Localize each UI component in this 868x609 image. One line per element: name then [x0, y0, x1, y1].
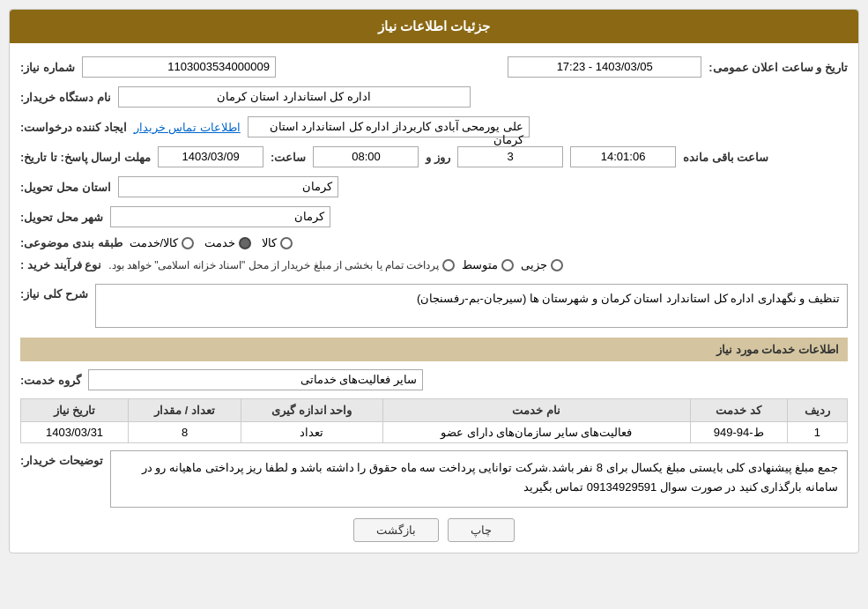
col-unit: واحد اندازه گیری — [241, 399, 382, 422]
col-date: تاریخ نیاز — [21, 399, 129, 422]
page-title: جزئیات اطلاعات نیاز — [10, 10, 858, 43]
province-row: استان محل تحویل: کرمان — [20, 174, 848, 200]
process-label: نوع فرآیند خرید : — [20, 258, 101, 271]
category-radio1-circle[interactable] — [280, 237, 293, 249]
page-wrapper: جزئیات اطلاعات نیاز شماره نیاز: 11030035… — [0, 0, 868, 609]
service-group-label: گروه خدمت: — [20, 374, 81, 387]
card-body: شماره نیاز: 1103003534000009 1403/03/05 … — [10, 43, 858, 553]
response-date: 1403/03/09 — [158, 146, 263, 167]
buyer-org-value: اداره کل استاندارد استان کرمان — [118, 86, 471, 108]
city-value: کرمان — [110, 206, 330, 227]
back-button[interactable]: بازگشت — [353, 518, 439, 542]
process-radio3: پرداخت تمام یا بخشی از مبلغ خریدار از مح… — [108, 259, 455, 271]
province-label: استان محل تحویل: — [20, 181, 111, 194]
need-number-label: شماره نیاز: — [20, 61, 75, 74]
category-radio-khedmat: خدمت — [204, 236, 251, 249]
process-radio2-circle[interactable] — [501, 259, 514, 271]
buttons-row: چاپ بازگشت — [20, 518, 848, 542]
response-deadline-label: مهلت ارسال پاسخ: تا تاریخ: — [20, 151, 151, 164]
response-deadline-row: مهلت ارسال پاسخ: تا تاریخ: 1403/03/09 سا… — [20, 144, 848, 170]
response-days-label: روز و — [426, 151, 450, 164]
process-type-row: نوع فرآیند خرید : پرداخت تمام یا بخشی از… — [20, 256, 848, 274]
response-time-label: ساعت: — [271, 151, 306, 164]
announce-label: تاریخ و ساعت اعلان عمومی: — [708, 61, 848, 74]
need-number-row: شماره نیاز: 1103003534000009 1403/03/05 … — [20, 54, 848, 80]
cell-name: فعالیت‌های سایر سازمان‌های دارای عضو — [382, 422, 690, 443]
process-radio3-label: پرداخت تمام یا بخشی از مبلغ خریدار از مح… — [108, 259, 439, 271]
requester-row: ایجاد کننده درخواست: اطلاعات تماس خریدار… — [20, 114, 848, 140]
category-row: طبقه بندی موضوعی: کالا/خدمت خدمت کالا — [20, 234, 848, 252]
city-label: شهر محل تحویل: — [20, 211, 103, 224]
category-label: طبقه بندی موضوعی: — [20, 236, 122, 249]
response-time: 08:00 — [313, 146, 419, 167]
print-button[interactable]: چاپ — [448, 518, 515, 542]
response-days: 3 — [457, 146, 563, 167]
buyer-notes-value: جمع مبلغ پیشنهادی کلی بایستی مبلغ یکسال … — [110, 450, 848, 508]
category-radio-kala: کالا — [262, 236, 293, 249]
col-code: کد خدمت — [690, 399, 787, 422]
category-radio-group: کالا/خدمت خدمت کالا — [130, 236, 293, 249]
response-remain-label: ساعت باقی مانده — [683, 151, 768, 164]
category-radio1-label: کالا — [262, 236, 277, 249]
cell-code: ط-94-949 — [690, 422, 787, 443]
main-card: جزئیات اطلاعات نیاز شماره نیاز: 11030035… — [9, 9, 859, 553]
announce-value: 1403/03/05 - 17:23 — [508, 56, 701, 78]
table-row: 1 ط-94-949 فعالیت‌های سایر سازمان‌های دا… — [21, 422, 848, 443]
need-description-label: شرح کلی نیاز: — [20, 287, 88, 301]
need-description-value: تنظیف و نگهداری اداره کل استاندارد استان… — [95, 284, 848, 328]
requester-value: علی یورمحی آبادی کاربرداز اداره کل استان… — [248, 116, 530, 137]
process-radio1-circle[interactable] — [551, 259, 563, 271]
process-radio3-circle[interactable] — [442, 259, 455, 271]
city-row: شهر محل تحویل: کرمان — [20, 204, 848, 230]
requester-label: ایجاد کننده درخواست: — [20, 121, 127, 134]
need-number-value: 1103003534000009 — [82, 56, 276, 78]
process-radio2: متوسط — [462, 258, 514, 271]
service-group-row: گروه خدمت: سایر فعالیت‌های خدماتی — [20, 367, 848, 393]
col-row: ردیف — [787, 399, 847, 422]
buyer-org-label: نام دستگاه خریدار: — [20, 91, 111, 104]
col-qty: تعداد / مقدار — [129, 399, 241, 422]
category-radio3-circle[interactable] — [182, 237, 194, 249]
cell-date: 1403/03/31 — [21, 422, 129, 443]
cell-unit: تعداد — [241, 422, 382, 443]
col-name: نام خدمت — [382, 399, 690, 422]
cell-qty: 8 — [129, 422, 241, 443]
buyer-org-row: نام دستگاه خریدار: اداره کل استاندارد اس… — [20, 84, 848, 110]
process-radio1: جزیی — [521, 258, 563, 271]
need-description-row: شرح کلی نیاز: تنظیف و نگهداری اداره کل ا… — [20, 281, 848, 330]
category-radio-kala-khedmat: کالا/خدمت — [130, 236, 195, 249]
buyer-notes-label: توضیحات خریدار: — [20, 454, 103, 467]
category-radio3-label: کالا/خدمت — [130, 236, 179, 249]
services-table: ردیف کد خدمت نام خدمت واحد اندازه گیری ت… — [20, 398, 848, 443]
province-value: کرمان — [118, 176, 338, 197]
category-radio2-circle[interactable] — [239, 237, 251, 249]
response-remain: 14:01:06 — [570, 146, 676, 167]
contact-link[interactable]: اطلاعات تماس خریدار — [134, 121, 241, 134]
process-radio1-label: جزیی — [521, 258, 547, 271]
buyer-notes-row: توضیحات خریدار: جمع مبلغ پیشنهادی کلی با… — [20, 450, 848, 508]
category-radio2-label: خدمت — [204, 236, 235, 249]
service-group-value: سایر فعالیت‌های خدماتی — [88, 369, 423, 390]
process-radio2-label: متوسط — [462, 258, 498, 271]
cell-row: 1 — [787, 422, 847, 443]
services-section-header: اطلاعات خدمات مورد نیاز — [20, 338, 848, 361]
